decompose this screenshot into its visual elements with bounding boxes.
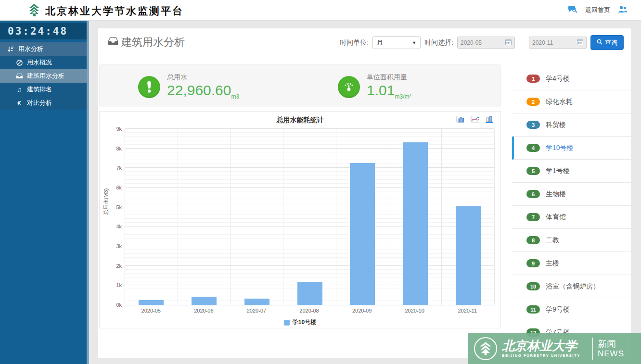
building-label: 浴室（含锅炉房） <box>546 282 600 291</box>
building-label: 体育馆 <box>546 213 566 222</box>
chart-legend[interactable]: 学10号楼 <box>100 318 500 326</box>
chart-bars <box>125 129 494 305</box>
building-label: 学1号楼 <box>546 167 570 176</box>
building-list: 1学4号楼2绿化水耗3科贸楼4学10号楼5学1号楼6生物楼7体育馆8二教9主楼1… <box>512 67 632 344</box>
line-chart-icon[interactable] <box>471 116 479 125</box>
university-seal-icon <box>474 337 497 360</box>
chart-bar[interactable] <box>192 297 217 305</box>
x-tick-label: 2020-05 <box>125 308 178 314</box>
building-list-item[interactable]: 7体育馆 <box>512 206 632 229</box>
digital-clock: 03:24:48 <box>0 23 89 39</box>
date-to-input[interactable]: 2020-11 <box>529 37 587 49</box>
chart-title: 总用水能耗统计 <box>100 116 500 125</box>
stat-unit: m3/m² <box>395 93 411 100</box>
sidebar-item-label: 用水概况 <box>27 58 52 67</box>
date-from-input[interactable]: 2020-05 <box>457 37 515 49</box>
sidebar-item-building-water-analysis[interactable]: 建筑用水分析 <box>0 69 89 83</box>
users-icon[interactable] <box>618 6 628 15</box>
stat-label: 单位面积用量 <box>367 73 411 82</box>
stats-panel: 总用水 22,960.60m3 单位面 <box>99 64 501 107</box>
building-list-item[interactable]: 9主楼 <box>512 252 632 275</box>
x-tick-label: 2020-10 <box>388 308 441 314</box>
x-tick-label: 2020-06 <box>178 308 231 314</box>
stat-total-water: 总用水 22,960.60m3 <box>138 73 239 104</box>
chart-x-labels: 2020-052020-062020-072020-082020-092020-… <box>125 308 494 314</box>
message-search-icon[interactable] <box>568 5 577 15</box>
building-list-item[interactable]: 11学9号楼 <box>512 298 632 321</box>
page-title: 建筑用水分析 <box>108 35 185 50</box>
rank-badge: 7 <box>526 213 540 221</box>
exclamation-icon <box>138 76 160 98</box>
main-panel: 建筑用水分析 时间单位: 月 ▼ 时间选择: 2020-05 — 2020-11 <box>98 28 632 358</box>
y-tick-label: 0k <box>116 302 122 308</box>
stack-chart-icon[interactable] <box>485 115 494 125</box>
stat-unit: m3 <box>231 93 239 100</box>
sidebar-item-water-analysis[interactable]: 用水分析 <box>0 42 89 56</box>
building-list-item[interactable]: 4学10号楼 <box>512 137 632 160</box>
query-button[interactable]: 查询 <box>590 35 624 50</box>
y-tick-label: 1k <box>116 282 122 288</box>
chart-bar[interactable] <box>297 282 322 305</box>
university-logo-icon <box>28 3 40 19</box>
sidebar-item-label: 用水分析 <box>18 45 43 53</box>
overview-icon <box>15 60 23 66</box>
y-tick-label: 2k <box>116 263 122 269</box>
sidebar-scrollbar[interactable] <box>87 20 89 364</box>
sidebar-item-label: 对比分析 <box>27 99 52 107</box>
y-tick-label: 4k <box>116 224 122 229</box>
building-list-item[interactable]: 2绿化水耗 <box>512 90 632 113</box>
building-label: 生物楼 <box>546 190 566 199</box>
news-watermark: 北京林业大学 BEIJING FORESTRY UNIVERSITY 新闻 NE… <box>468 333 641 364</box>
app-title: 北京林业大学节水监测平台 <box>45 4 184 18</box>
rank-badge: 11 <box>526 305 540 314</box>
chevron-down-icon: ▼ <box>412 40 416 45</box>
building-list-item[interactable]: 5学1号楼 <box>512 160 632 183</box>
calendar-icon[interactable] <box>505 39 512 47</box>
time-unit-label: 时间单位: <box>340 38 369 47</box>
building-list-item[interactable]: 3科贸楼 <box>512 113 632 137</box>
y-tick-label: 8k <box>116 146 122 151</box>
rank-badge: 9 <box>526 259 540 267</box>
rank-badge: 2 <box>526 98 540 106</box>
time-unit-select[interactable]: 月 ▼ <box>372 36 421 49</box>
stat-value: 1.01m3/m² <box>367 83 411 104</box>
building-list-item[interactable]: 10浴室（含锅炉房） <box>512 275 632 298</box>
gauge-icon <box>338 76 360 98</box>
chart-bar[interactable] <box>403 142 428 305</box>
sort-amount-icon <box>7 46 14 52</box>
chart-plot <box>125 129 495 305</box>
calendar-icon[interactable] <box>577 39 583 47</box>
chart-bar[interactable] <box>456 206 481 305</box>
legend-swatch <box>284 320 290 326</box>
y-tick-label: 9k <box>116 126 122 132</box>
building-list-item[interactable]: 6生物楼 <box>512 183 632 206</box>
building-list-item[interactable]: 1学4号楼 <box>512 67 632 90</box>
bar-chart-icon[interactable] <box>456 116 465 125</box>
top-header: 北京林业大学节水监测平台 返回首页 <box>0 0 641 21</box>
y-tick-label: 3k <box>116 243 122 249</box>
building-label: 学9号楼 <box>546 305 570 314</box>
sidebar-item-comparison-analysis[interactable]: € 对比分析 <box>0 96 89 110</box>
chart-bar[interactable] <box>244 299 269 305</box>
stat-value: 22,960.60m3 <box>167 83 239 104</box>
building-label: 二教 <box>546 236 559 245</box>
query-toolbar: 时间单位: 月 ▼ 时间选择: 2020-05 — 2020-11 <box>340 35 624 50</box>
sidebar-item-label: 建筑排名 <box>27 85 52 94</box>
x-tick-label: 2020-09 <box>335 308 388 314</box>
sidebar-item-water-overview[interactable]: 用水概况 <box>0 56 89 69</box>
rank-badge: 5 <box>526 167 540 175</box>
chart-toolbox <box>456 115 494 125</box>
chart-y-axis: 0k1k2k3k4k5k6k7k8k9k <box>100 129 122 305</box>
building-list-item[interactable]: 8二教 <box>512 229 632 252</box>
stat-label: 总用水 <box>167 73 239 82</box>
stat-per-area-usage: 单位面积用量 1.01m3/m² <box>338 73 411 104</box>
chart-bar[interactable] <box>139 300 164 305</box>
return-home-link[interactable]: 返回首页 <box>585 6 610 14</box>
chart-bar[interactable] <box>350 163 375 305</box>
left-sidebar: 03:24:48 用水分析 用水概况 <box>0 20 89 364</box>
y-tick-label: 7k <box>116 165 122 171</box>
building-label: 主楼 <box>546 259 559 268</box>
building-label: 绿化水耗 <box>546 98 573 106</box>
sidebar-item-building-ranking[interactable]: ♫ 建筑排名 <box>0 83 89 96</box>
x-tick-label: 2020-11 <box>441 308 494 314</box>
